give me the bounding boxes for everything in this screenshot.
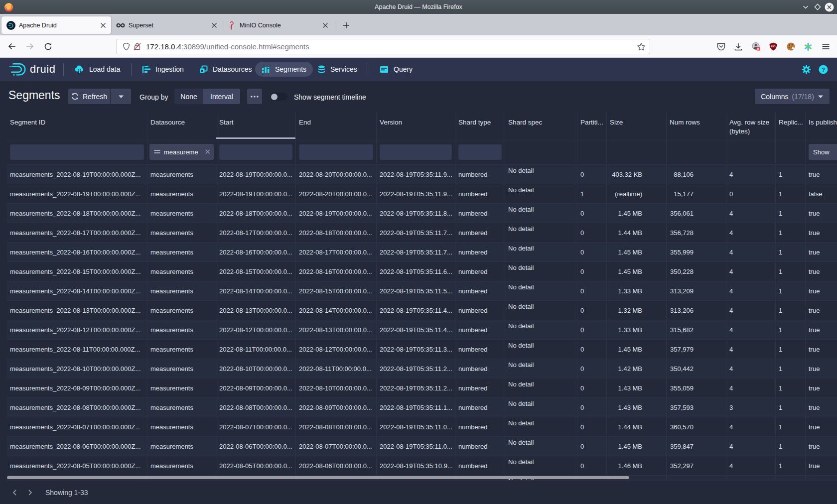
cell-segment-id[interactable]: measurements_2022-08-16T00:00:00.000Z... [7, 243, 147, 261]
remove-filter-icon[interactable]: ✕ [204, 147, 211, 156]
druid-header: druid Load data Ingestion [0, 58, 837, 81]
cell-size: 1.44 MB [607, 223, 667, 242]
cookie-extension-icon[interactable] [786, 42, 796, 52]
filter-input-version[interactable] [380, 144, 452, 160]
cell-segment-id[interactable]: measurements_2022-08-18T00:00:00.000Z... [7, 204, 147, 223]
filter-cell-end [296, 140, 377, 164]
cell-size: 1.44 MB [607, 417, 667, 436]
filter-input-shard-type[interactable] [458, 144, 502, 160]
settings-gear-icon[interactable] [802, 65, 811, 74]
cell-segment-id[interactable]: measurements_2022-08-07T00:00:00.000Z... [7, 417, 147, 436]
window-minimize-button[interactable] [801, 2, 810, 12]
more-options-button[interactable] [247, 89, 262, 104]
cell-shard-type: numbered [455, 281, 505, 300]
downloads-icon[interactable] [733, 42, 743, 52]
cell-segment-id[interactable]: measurements_2022-08-06T00:00:00.000Z... [7, 437, 147, 456]
column-header-partition[interactable]: Partiti... [577, 112, 607, 140]
refresh-dropdown-button[interactable] [111, 89, 131, 104]
filter-input-segment-id[interactable] [10, 144, 144, 160]
extension-account-icon[interactable] [751, 42, 761, 52]
filter-cell-is-published: Show [806, 140, 837, 164]
ublock-icon[interactable]: UO [768, 42, 778, 52]
cell-segment-id[interactable]: measurements_2022-08-12T00:00:00.000Z... [7, 320, 147, 339]
druid-logo[interactable]: druid [9, 62, 55, 76]
column-header-start[interactable]: Start [216, 112, 296, 140]
cell-datasource: measurements [147, 204, 216, 223]
cell-segment-id[interactable]: measurements_2022-08-08T00:00:00.000Z... [7, 398, 147, 417]
tab-close-icon[interactable] [97, 19, 109, 31]
nav-datasources[interactable]: Datasources [193, 62, 259, 77]
cell-segment-id[interactable]: measurements_2022-08-14T00:00:00.000Z... [7, 281, 147, 300]
nav-query[interactable]: Query [373, 62, 419, 77]
url-text[interactable]: 172.18.0.4:30899/unified-console.html#se… [146, 42, 650, 51]
group-by-interval-button[interactable]: Interval [203, 89, 240, 104]
cell-segment-id[interactable]: measurements_2022-08-15T00:00:00.000Z... [7, 262, 147, 281]
table-row: measurements_2022-08-08T00:00:00.000Z...… [7, 398, 837, 417]
cell-num-rows: 355,999 [667, 243, 726, 261]
help-icon[interactable]: ? [819, 65, 828, 74]
column-header-size[interactable]: Size [607, 112, 667, 140]
column-header-replication[interactable]: Replic... [776, 112, 806, 140]
tab-apache-druid[interactable]: Apache Druid [1, 16, 111, 34]
cell-segment-id[interactable]: measurements_2022-08-19T00:00:00.000Z... [7, 184, 147, 203]
column-header-num-rows[interactable]: Num rows [667, 112, 726, 140]
group-by-none-button[interactable]: None [174, 89, 203, 104]
nav-segments[interactable]: Segments [255, 62, 313, 77]
horizontal-scrollbar[interactable] [7, 476, 629, 479]
column-header-end[interactable]: End [296, 112, 377, 140]
nav-services[interactable]: Services [311, 62, 364, 77]
columns-button[interactable]: Columns (17/18) [755, 89, 830, 104]
column-header-segment-id[interactable]: Segment ID [7, 112, 147, 140]
url-bar[interactable]: 172.18.0.4:30899/unified-console.html#se… [116, 39, 650, 54]
cell-segment-id[interactable]: measurements_2022-08-10T00:00:00.000Z... [7, 359, 147, 378]
cell-shard-type: numbered [455, 165, 505, 184]
column-header-avg-row-size[interactable]: Avg. row size (bytes) [726, 112, 776, 140]
cell-segment-id[interactable]: measurements_2022-08-19T00:00:00.000Z... [7, 165, 147, 184]
cell-partition: 0 [577, 243, 607, 261]
next-page-button[interactable] [22, 485, 37, 500]
menu-hamburger-icon[interactable] [821, 42, 831, 52]
tab-minio-console[interactable]: MinIO Console [222, 16, 333, 34]
filter-tag-datasource[interactable]: measureme✕ [149, 144, 214, 160]
cell-segment-id[interactable]: measurements_2022-08-11T00:00:00.000Z... [7, 340, 147, 359]
filter-input-end[interactable] [299, 144, 373, 160]
column-header-is-published[interactable]: Is published [806, 112, 837, 140]
cell-shard-spec: No detail [505, 437, 577, 456]
pocket-icon[interactable] [716, 42, 726, 52]
insecure-lock-icon[interactable] [133, 42, 141, 51]
reload-button[interactable] [40, 38, 56, 54]
column-header-shard-spec[interactable]: Shard spec [505, 112, 577, 140]
column-header-datasource[interactable]: Datasource [147, 112, 216, 140]
shield-icon[interactable] [122, 42, 131, 51]
column-header-version[interactable]: Version [377, 112, 455, 140]
forward-button[interactable] [22, 38, 38, 54]
window-close-button[interactable] [825, 2, 834, 12]
nav-load-data[interactable]: Load data [68, 62, 127, 77]
colorful-extension-icon[interactable] [803, 42, 813, 52]
back-button[interactable] [4, 38, 20, 54]
firefox-logo-icon [4, 2, 13, 12]
cell-segment-id[interactable]: measurements_2022-08-17T00:00:00.000Z... [7, 223, 147, 242]
tab-close-icon[interactable] [208, 19, 220, 31]
column-header-shard-type[interactable]: Shard type [455, 112, 505, 140]
filter-cell-avg-row-size [726, 140, 776, 164]
filter-input-start[interactable] [219, 144, 292, 160]
cell-segment-id[interactable]: measurements_2022-08-13T00:00:00.000Z... [7, 301, 147, 320]
filter-select-is-published[interactable]: Show [809, 144, 837, 160]
refresh-button[interactable]: Refresh [68, 89, 110, 104]
new-tab-button[interactable] [340, 19, 353, 32]
segment-timeline-toggle[interactable] [271, 93, 287, 101]
window-maximize-button[interactable] [813, 2, 822, 12]
cell-segment-id[interactable]: measurements_2022-08-09T00:00:00.000Z... [7, 378, 147, 397]
cell-segment-id[interactable]: measurements_2022-08-05T00:00:00.000Z... [7, 456, 147, 475]
cell-num-rows: 357,593 [667, 398, 726, 417]
tab-superset[interactable]: Superset [111, 16, 222, 34]
cell-end: 2022-08-16T00:00:00.0... [296, 262, 377, 281]
bookmark-star-icon[interactable] [637, 42, 646, 51]
minio-favicon [227, 21, 236, 30]
superset-favicon [116, 21, 125, 30]
table-header-row: Segment IDDatasourceStartEndVersionShard… [7, 112, 837, 140]
tab-close-icon[interactable] [319, 19, 331, 31]
prev-page-button[interactable] [7, 485, 22, 500]
nav-ingestion[interactable]: Ingestion [136, 62, 190, 77]
